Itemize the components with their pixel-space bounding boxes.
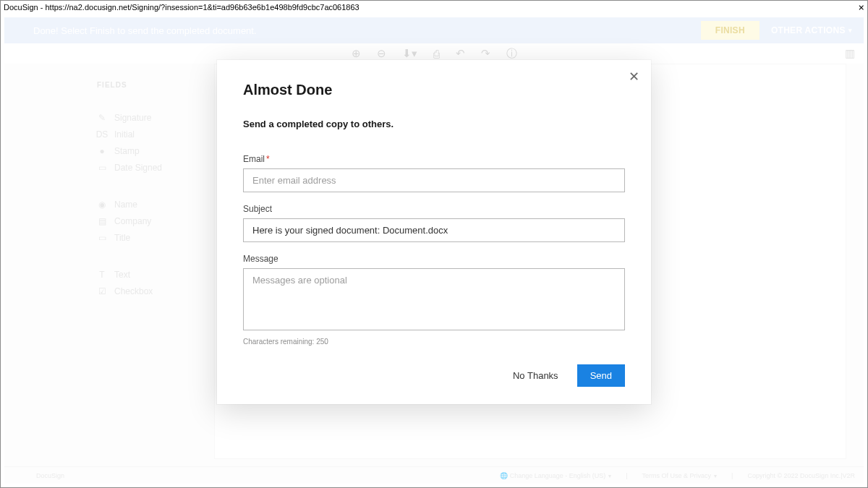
zoom-out-icon[interactable]: ⊖	[377, 47, 386, 60]
sidebar-heading: FIELDS	[97, 81, 214, 89]
field-signature[interactable]: ✎Signature	[97, 109, 214, 126]
other-actions-button[interactable]: OTHER ACTIONS	[768, 21, 855, 40]
field-name[interactable]: ◉Name	[97, 196, 214, 213]
message-textarea[interactable]	[243, 268, 625, 330]
app-footer: DocuSign 🌐 Change Language - English (US…	[4, 466, 864, 484]
field-label: Name	[114, 200, 137, 210]
message-group: Message Characters remaining: 250	[243, 254, 625, 346]
close-icon: ✕	[629, 69, 639, 84]
field-label: Stamp	[114, 146, 140, 156]
almost-done-modal: ✕ Almost Done Send a completed copy to o…	[217, 60, 651, 404]
modal-close-button[interactable]: ✕	[629, 69, 639, 85]
help-icon[interactable]: ⓘ	[506, 47, 517, 61]
field-title[interactable]: ▭Title	[97, 229, 214, 246]
banner-actions: FINISH OTHER ACTIONS	[701, 21, 855, 40]
modal-actions: No Thanks Send	[243, 364, 625, 387]
email-input[interactable]	[243, 168, 625, 192]
no-thanks-button[interactable]: No Thanks	[506, 364, 566, 387]
zoom-in-icon[interactable]: ⊕	[352, 47, 361, 60]
field-stamp[interactable]: ●Stamp	[97, 142, 214, 159]
window-close-button[interactable]: ×	[859, 2, 864, 12]
calendar-icon: ▭	[97, 163, 107, 173]
field-label: Signature	[114, 113, 151, 123]
person-icon: ◉	[97, 200, 107, 210]
status-banner: Done! Select Finish to send the complete…	[4, 17, 864, 43]
field-label: Company	[114, 216, 151, 226]
fields-sidebar: FIELDS ✎Signature DSInitial ●Stamp ▭Date…	[4, 64, 214, 484]
download-icon[interactable]: ⬇▾	[402, 47, 417, 60]
footer-language[interactable]: Change Language - English (US)	[510, 472, 612, 479]
app-window: DocuSign - https://na2.docusign.net/Sign…	[0, 0, 868, 488]
characters-remaining: Characters remaining: 250	[243, 338, 625, 346]
field-label: Initial	[114, 129, 135, 140]
window-title: DocuSign - https://na2.docusign.net/Sign…	[4, 3, 359, 12]
required-asterisk: *	[266, 154, 270, 164]
stamp-icon: ●	[97, 146, 107, 156]
email-label-text: Email	[243, 154, 265, 164]
rotate-right-icon[interactable]: ↷	[481, 47, 490, 60]
field-text[interactable]: TText	[97, 266, 214, 283]
modal-subtitle: Send a completed copy to others.	[243, 119, 625, 129]
briefcase-icon: ▭	[97, 233, 107, 243]
print-icon[interactable]: ⎙	[433, 48, 440, 60]
field-checkbox[interactable]: ☑Checkbox	[97, 283, 214, 299]
footer-brand: DocuSign	[36, 472, 64, 479]
building-icon: ▤	[97, 216, 107, 226]
email-group: Email*	[243, 154, 625, 192]
email-label: Email*	[243, 154, 625, 164]
field-label: Checkbox	[114, 286, 153, 296]
footer-terms[interactable]: Terms Of Use & Privacy	[642, 472, 718, 479]
other-actions-label: OTHER ACTIONS	[771, 25, 846, 35]
field-initial[interactable]: DSInitial	[97, 126, 214, 142]
footer-copyright: Copyright © 2022 DocuSign Inc.|V2R	[747, 472, 855, 479]
initial-icon: DS	[97, 129, 107, 140]
field-label: Title	[114, 233, 130, 243]
subject-input[interactable]	[243, 218, 625, 242]
field-date-signed[interactable]: ▭Date Signed	[97, 159, 214, 176]
modal-title: Almost Done	[243, 82, 625, 98]
signature-icon: ✎	[97, 113, 107, 123]
window-titlebar: DocuSign - https://na2.docusign.net/Sign…	[1, 1, 867, 14]
subject-label: Subject	[243, 204, 625, 214]
field-label: Date Signed	[114, 163, 162, 173]
field-label: Text	[114, 270, 130, 280]
document-thumb-icon[interactable]: ▥	[845, 47, 855, 60]
field-company[interactable]: ▤Company	[97, 213, 214, 229]
banner-message: Done! Select Finish to send the complete…	[33, 25, 257, 36]
rotate-left-icon[interactable]: ↶	[456, 47, 465, 60]
text-icon: T	[97, 270, 107, 280]
message-label: Message	[243, 254, 625, 264]
subject-group: Subject	[243, 204, 625, 242]
send-button[interactable]: Send	[577, 364, 625, 387]
finish-button[interactable]: FINISH	[701, 21, 760, 40]
checkbox-icon: ☑	[97, 286, 107, 296]
